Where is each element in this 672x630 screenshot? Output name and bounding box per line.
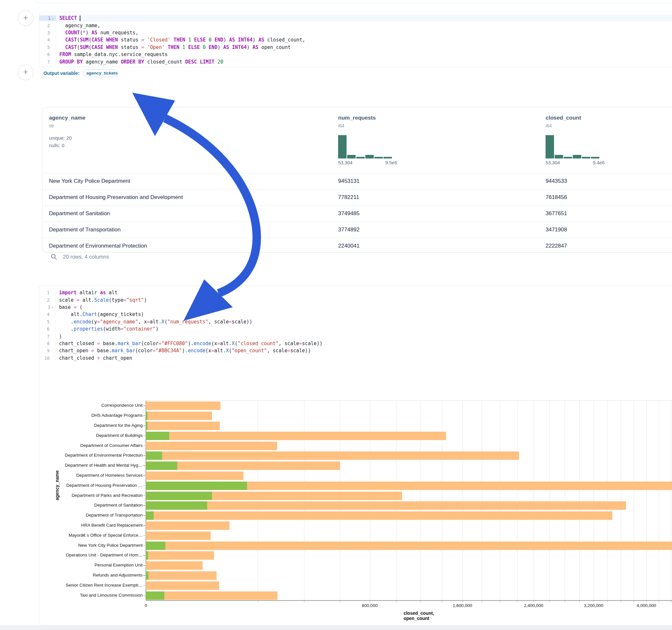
code-text[interactable]: GROUP BY agency_name ORDER BY closed_cou… (56, 59, 223, 65)
code-line[interactable]: 7) (39, 333, 672, 340)
add-cell-button[interactable]: + (18, 10, 33, 26)
code-text[interactable]: agency_name, (56, 23, 100, 28)
x-tick (594, 601, 594, 602)
code-text[interactable]: CAST(SUM(CASE WHEN status = 'Closed' THE… (56, 37, 305, 43)
code-line[interactable]: 3⌄base = ( (39, 304, 672, 311)
line-number: 6 (39, 52, 56, 57)
fold-chevron-icon[interactable]: ⌄ (51, 305, 53, 309)
code-line[interactable]: 5 .encode(y="agency_name", x=alt.X("num_… (39, 318, 672, 325)
x-tick (442, 601, 442, 602)
output-variable-input[interactable]: agency_tickets (83, 69, 118, 77)
histogram-bar (573, 155, 581, 159)
column-header-agency_name[interactable]: agency_namestrunique: 20nulls: 0 (49, 107, 85, 149)
table-row[interactable]: Department of Transportation377489234719… (43, 222, 672, 238)
code-line[interactable]: 9chart_open = base.mark_bar(color="#8BC3… (39, 347, 672, 354)
code-text[interactable]: chart_closed + chart_open (56, 355, 132, 361)
code-line[interactable]: 3 COUNT(*) AS num_requests, (39, 29, 672, 36)
fold-chevron-icon[interactable]: ⌄ (51, 16, 54, 20)
code-text[interactable]: CAST(SUM(CASE WHEN status = 'Open' THEN … (56, 44, 290, 50)
x-tick-label: 800,000 (362, 603, 378, 608)
table-row[interactable]: Department of Sanitation37494853677651 (43, 205, 672, 222)
code-text[interactable]: import altair as alt (56, 290, 118, 295)
code-line[interactable]: 6FROM sample_data.nyc.service_requests (39, 51, 672, 58)
y-tick (143, 595, 145, 596)
y-category-label: Refunds and Adjustments (39, 572, 143, 578)
x-tick (517, 601, 518, 602)
code-line[interactable]: 7GROUP BY agency_name ORDER BY closed_co… (39, 58, 672, 65)
column-title: closed_count (546, 107, 581, 121)
gridline (370, 401, 370, 601)
bar-open_count (146, 492, 212, 500)
code-line[interactable]: 2 agency_name, (39, 22, 672, 29)
x-tick (258, 601, 258, 602)
column-header-num_requests[interactable]: num_requestsi64 (338, 107, 376, 128)
column-type: str (49, 121, 85, 128)
gridline (594, 401, 594, 601)
x-tick (396, 601, 397, 602)
previous-cell-edge (34, 0, 672, 3)
x-tick-label: 0 (145, 603, 147, 608)
line-number: 8 (39, 341, 56, 346)
code-text[interactable]: SELECT (56, 15, 80, 21)
code-line[interactable]: 6 .properties(width="container") (39, 325, 672, 333)
code-line[interactable]: 4 CAST(SUM(CASE WHEN status = 'Closed' T… (39, 36, 672, 43)
table-row[interactable]: New York City Police Department945313194… (43, 173, 672, 189)
code-text[interactable]: .properties(width="container") (56, 326, 159, 332)
y-tick (143, 426, 145, 426)
y-category-label: Correspondence Unit (39, 403, 143, 408)
x-tick-label: 2,400,000 (524, 603, 543, 608)
code-text[interactable]: scale = alt.Scale(type="sqrt") (56, 297, 147, 303)
column-header-closed_count[interactable]: closed_counti64 (546, 107, 581, 128)
code-text[interactable]: chart_open = base.mark_bar(color="#8BC34… (56, 348, 311, 354)
bar-closed_count (146, 551, 214, 560)
code-text[interactable]: ) (56, 334, 62, 339)
x-tick (607, 601, 608, 602)
column-stats: unique: 20nulls: 0 (49, 128, 85, 149)
code-text[interactable]: .encode(y="agency_name", x=alt.X("num_re… (56, 319, 252, 325)
chart-x-axis-line (146, 600, 672, 601)
bar-open_count (146, 541, 165, 550)
table-cell: 3774892 (338, 222, 360, 238)
gridline (671, 401, 671, 601)
line-number: 9 (39, 348, 56, 353)
y-category-label: HRA Benefit Card Replacement (39, 523, 143, 528)
bar-closed_count (146, 452, 519, 460)
search-icon[interactable] (51, 253, 57, 260)
x-tick (482, 601, 482, 602)
code-text[interactable]: alt.Chart(agency_tickets) (56, 311, 144, 317)
code-line[interactable]: 5 CAST(SUM(CASE WHEN status = 'Open' THE… (39, 44, 672, 51)
add-cell-button-2[interactable]: + (18, 65, 33, 80)
gridline (607, 401, 608, 601)
code-line[interactable]: 4 alt.Chart(agency_tickets) (39, 311, 672, 318)
code-line[interactable]: 1import altair as alt (39, 289, 672, 296)
line-number: 3⌄ (39, 305, 56, 310)
y-tick (143, 465, 145, 466)
x-tick (565, 601, 565, 602)
y-tick (143, 445, 145, 446)
code-line[interactable]: 1⌄SELECT (39, 15, 672, 22)
python-code-editor[interactable]: 1import altair as alt2scale = alt.Scale(… (39, 289, 672, 362)
sql-code-editor[interactable]: 1⌄SELECT 2 agency_name,3 COUNT(*) AS num… (39, 12, 672, 66)
code-line[interactable]: 2scale = alt.Scale(type="sqrt") (39, 296, 672, 303)
code-line[interactable]: 10chart_closed + chart_open (39, 355, 672, 362)
line-number: 4 (39, 312, 56, 317)
line-number: 1 (39, 290, 56, 295)
y-category-label: DHS Advantage Programs (39, 413, 143, 418)
dataframe-footer[interactable]: 20 rows, 4 columns (51, 253, 109, 260)
line-number: 3 (39, 30, 56, 35)
histogram-bar (546, 135, 554, 159)
code-line[interactable]: 8chart_closed = base.mark_bar(color="#FF… (39, 340, 672, 347)
table-row[interactable]: Department of Housing Preservation and D… (43, 189, 672, 205)
gridline (258, 401, 258, 601)
bar-open_count (146, 571, 148, 580)
code-text[interactable]: FROM sample_data.nyc.service_requests (56, 51, 168, 57)
code-text[interactable]: base = ( (56, 304, 82, 310)
line-number: 5 (39, 45, 56, 50)
y-category-label: New York City Police Department (39, 542, 143, 548)
table-cell: 7782211 (338, 190, 359, 205)
x-tick (621, 601, 621, 602)
code-text[interactable]: chart_closed = base.mark_bar(color="#FFC… (56, 341, 322, 346)
table-row[interactable]: Department of Environmental Protection22… (43, 238, 672, 254)
table-cell: 3471908 (546, 222, 567, 238)
code-text[interactable]: COUNT(*) AS num_requests, (56, 30, 138, 35)
